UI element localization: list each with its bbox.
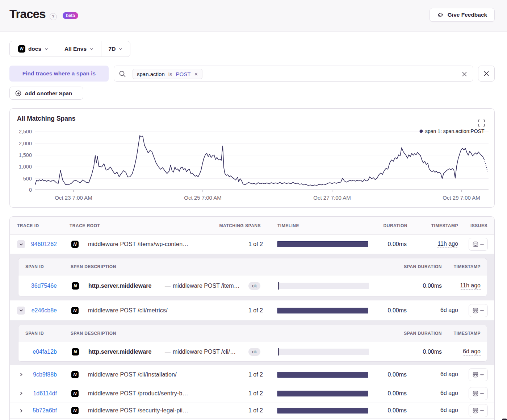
svg-text:1,500: 1,500: [19, 152, 32, 158]
svg-text:Oct 27 7:00 AM: Oct 27 7:00 AM: [313, 195, 351, 201]
svg-text:span 1: span.action:POST: span 1: span.action:POST: [425, 128, 485, 134]
svg-text:1,000: 1,000: [19, 164, 32, 170]
svg-text:Oct 23 7:00 AM: Oct 23 7:00 AM: [55, 195, 92, 201]
svg-text:0: 0: [29, 187, 32, 193]
svg-text:Oct 29 7:00 AM: Oct 29 7:00 AM: [443, 195, 480, 201]
svg-text:Oct 25 7:00 AM: Oct 25 7:00 AM: [184, 195, 221, 201]
svg-text:2,500: 2,500: [19, 129, 32, 134]
svg-text:500: 500: [23, 176, 32, 182]
svg-text:2,000: 2,000: [19, 141, 32, 146]
